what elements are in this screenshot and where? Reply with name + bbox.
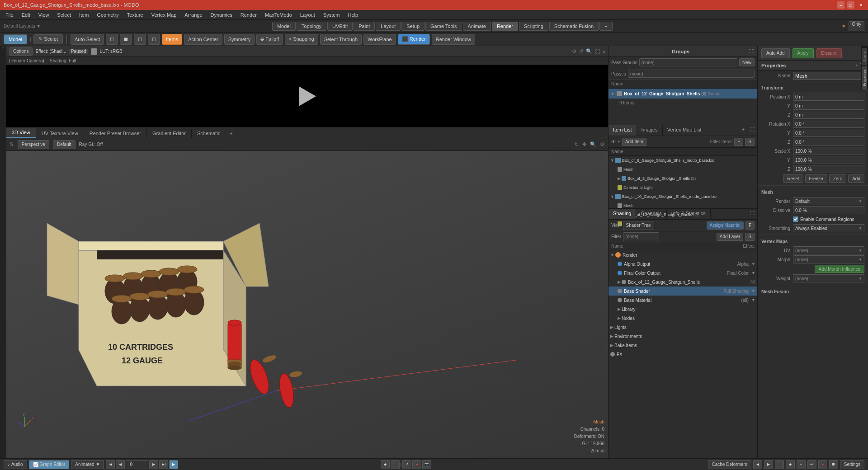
items-f-button[interactable]: F: [734, 138, 743, 146]
tab-render-preset[interactable]: Render Preset Browser: [84, 129, 147, 138]
shield2-button[interactable]: ◼: [120, 34, 132, 45]
scale-y-value[interactable]: 100.0 %: [793, 156, 864, 164]
assign-material-button[interactable]: Assign Material: [707, 221, 744, 230]
graph-editor-button[interactable]: 📈 Graph Editor: [29, 460, 70, 469]
layout-tab-uvedit[interactable]: UVEdit: [327, 22, 353, 31]
select-through-button[interactable]: Select Through: [320, 34, 362, 45]
shading-f-button[interactable]: F: [745, 221, 755, 230]
shader-item-final-color[interactable]: Final Color Output Final Color ▼: [609, 268, 757, 277]
rotation-z-value[interactable]: 0.0 °: [793, 138, 864, 146]
shader-item-lights[interactable]: ▶ Lights: [609, 323, 757, 332]
anim-btn2[interactable]: ▶: [764, 460, 773, 469]
render-more-icon[interactable]: »: [603, 49, 605, 54]
anim-btn5[interactable]: +: [797, 460, 806, 469]
close-button[interactable]: ✕: [857, 1, 864, 9]
layout-tab-paint[interactable]: Paint: [354, 22, 375, 31]
position-y-value[interactable]: 0 m: [793, 102, 864, 110]
position-x-value[interactable]: 0 m: [793, 93, 864, 101]
anim-btn7[interactable]: ⏹: [829, 460, 838, 469]
restore-button[interactable]: □: [847, 1, 854, 9]
shading-tab-main[interactable]: Shading: [609, 209, 636, 219]
camera-button[interactable]: 📷: [422, 460, 431, 469]
sidebar-toggle[interactable]: S: [10, 142, 13, 147]
cache-deformers-button[interactable]: Cache Deformers: [708, 460, 751, 469]
sculpt-button[interactable]: ✎ Sculpt: [33, 34, 63, 44]
items-s-button[interactable]: S: [745, 138, 755, 146]
render-window-button[interactable]: Render Window: [432, 34, 475, 45]
viewport-canvas[interactable]: 10 CARTRIDGES 12 GAUGE: [6, 151, 608, 458]
freeze-button[interactable]: Freeze: [805, 174, 827, 183]
shading-tab-channels[interactable]: Channels: [636, 209, 666, 219]
menu-maxtomodo[interactable]: MaxToModo: [261, 11, 296, 19]
key-button[interactable]: ◆: [381, 460, 390, 469]
anim-btn6[interactable]: ↩: [807, 460, 816, 469]
zero-button[interactable]: Zero: [829, 174, 847, 183]
menu-view[interactable]: View: [35, 11, 53, 19]
menu-vertex-map[interactable]: Vertex Map: [148, 11, 180, 19]
workplane-button[interactable]: WorkPlane: [363, 34, 396, 45]
anim-btn4[interactable]: ◆: [786, 460, 795, 469]
morph-value[interactable]: (none) ▼: [793, 255, 864, 263]
layout-tab-add[interactable]: +: [599, 22, 612, 31]
shield3-button[interactable]: ◻: [134, 34, 146, 45]
layout-tab-layout[interactable]: Layout: [376, 22, 401, 31]
anim-btn3[interactable]: ⬛: [775, 460, 784, 469]
add-layer-button[interactable]: Add Layer: [717, 233, 744, 241]
tab-uv-texture[interactable]: UV Texture View: [36, 129, 84, 138]
vp-gear-icon[interactable]: ⚙: [600, 141, 604, 147]
snapping-button[interactable]: ⌖ Snapping: [285, 34, 318, 45]
tab-schematic[interactable]: Schematic: [192, 129, 226, 138]
menu-system[interactable]: System: [320, 11, 344, 19]
render-paused[interactable]: Paused: [69, 49, 88, 54]
item-tab-vertex-map[interactable]: Vertex Map List: [663, 125, 707, 136]
scale-x-value[interactable]: 100.0 %: [793, 147, 864, 155]
vp-rotate-icon[interactable]: ↻: [575, 141, 579, 147]
layout-tab-setup[interactable]: Setup: [401, 22, 425, 31]
default-button[interactable]: Default: [53, 140, 75, 149]
auto-add-button[interactable]: Auto Add: [761, 48, 790, 58]
minimize-button[interactable]: –: [837, 1, 844, 9]
shader-item-base-shader[interactable]: Base Shader Full Shading ▼: [609, 287, 757, 296]
reset-button[interactable]: Reset: [783, 174, 803, 183]
right-tab-scene[interactable]: Scene: [862, 48, 867, 66]
only-button[interactable]: Only: [849, 21, 864, 31]
item-panel-expand[interactable]: +: [739, 125, 747, 136]
layout-tab-animate[interactable]: Animate: [463, 22, 491, 31]
layout-tab-render[interactable]: Render: [492, 22, 518, 31]
anim-btn1[interactable]: ◀: [753, 460, 762, 469]
tab-3d-view[interactable]: 3D View: [6, 128, 36, 138]
menu-edit[interactable]: Edit: [18, 11, 34, 19]
apply-button[interactable]: Apply: [793, 48, 814, 58]
render-gear-icon[interactable]: ⚙: [572, 48, 576, 54]
audio-button[interactable]: ♪ Audio: [4, 460, 27, 469]
render-value[interactable]: Default ▼: [793, 197, 864, 205]
perspective-button[interactable]: Perspective: [18, 140, 49, 149]
shield1-button[interactable]: ◻: [106, 34, 118, 45]
item-row-group2[interactable]: ▼ Box_of_10_Gauge_Shotgun_Shells_modo_ba…: [609, 192, 757, 201]
viewport-expand[interactable]: ⛶: [600, 132, 605, 138]
tab-gradient-editor[interactable]: Gradient Editor: [147, 129, 192, 138]
passes-select[interactable]: (none): [628, 70, 755, 78]
add-item-button[interactable]: Add Item: [622, 138, 646, 146]
menu-help[interactable]: Help: [344, 11, 362, 19]
go-end-button[interactable]: ▶|: [159, 460, 168, 469]
shading-s-button[interactable]: S: [745, 233, 755, 241]
vp-zoom-icon[interactable]: 🔍: [590, 141, 596, 147]
scale-z-value[interactable]: 100.0 %: [793, 165, 864, 173]
smoothing-value[interactable]: Always Enabled ▼: [793, 224, 864, 232]
shader-item-base-material[interactable]: Base Material (all) ▼: [609, 296, 757, 305]
menu-file[interactable]: File: [2, 11, 17, 19]
shader-item-environments[interactable]: ▶ Environments: [609, 332, 757, 341]
time-display[interactable]: 0: [126, 460, 148, 469]
group-item-main[interactable]: ▼ Box_of_12_Gauge_Shotgun_Shells (3) Gro…: [609, 89, 757, 99]
add-button[interactable]: Add: [848, 174, 864, 183]
menu-arrange[interactable]: Arrange: [181, 11, 206, 19]
render-fullscreen-icon[interactable]: ⛶: [595, 49, 600, 54]
shader-item-render[interactable]: ▼ Render: [609, 250, 757, 259]
next-frame-button[interactable]: ▶: [149, 460, 158, 469]
loop-button[interactable]: ↺: [402, 460, 411, 469]
record-button[interactable]: ●: [412, 460, 421, 469]
falloff-button[interactable]: ⬙ Falloff: [256, 34, 283, 45]
pass-groups-select[interactable]: (none): [639, 58, 737, 66]
render-button[interactable]: ⬛ Render: [398, 34, 430, 45]
